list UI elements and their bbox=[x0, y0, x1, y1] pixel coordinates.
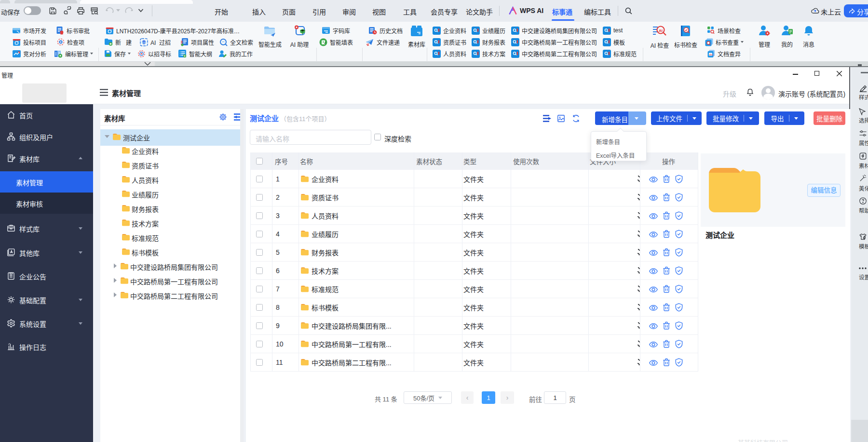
svg-text:AI: AI bbox=[659, 28, 663, 33]
svg-text:abc: abc bbox=[709, 53, 714, 55]
